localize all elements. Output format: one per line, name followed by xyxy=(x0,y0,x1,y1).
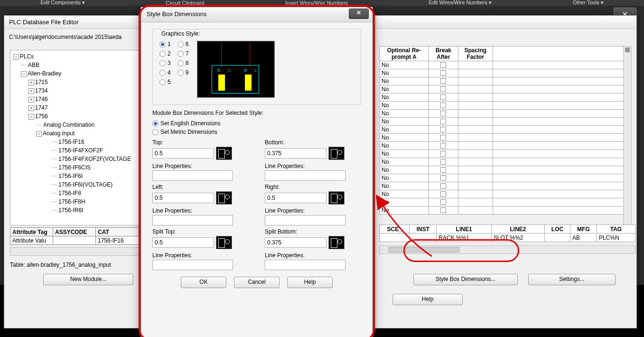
blank-cell[interactable] xyxy=(493,198,630,206)
tree-item[interactable]: 1734 xyxy=(35,87,48,94)
break-checkbox[interactable] xyxy=(440,207,446,213)
spacing-cell[interactable] xyxy=(458,158,493,166)
break-checkbox[interactable] xyxy=(440,86,446,92)
spacing-cell[interactable] xyxy=(458,182,493,190)
ribbon-group[interactable]: Other Tools ▾ xyxy=(573,0,604,6)
blank-cell[interactable] xyxy=(493,85,630,94)
attr-cell[interactable]: Attribute Valu xyxy=(10,236,53,245)
style-radio-9[interactable] xyxy=(177,70,184,76)
spacing-cell[interactable] xyxy=(458,166,493,174)
break-checkbox[interactable] xyxy=(440,62,446,68)
tree-item[interactable]: 1715 xyxy=(35,79,48,85)
tree-leaf[interactable]: 1756-IR6I xyxy=(58,207,84,214)
cell[interactable]: RACK %%1 xyxy=(437,234,492,242)
lp-input[interactable] xyxy=(265,260,345,270)
blank-cell[interactable] xyxy=(493,190,630,198)
blank-cell[interactable] xyxy=(493,110,630,118)
dialog-help-button[interactable]: Help xyxy=(287,277,333,288)
spacing-cell[interactable] xyxy=(458,142,493,150)
bottom-input[interactable] xyxy=(265,148,327,159)
attribute-table[interactable]: Attribute Tag ASSYCODE CAT Attribute Val… xyxy=(10,227,152,245)
style-radio-8[interactable] xyxy=(177,60,184,66)
break-checkbox[interactable] xyxy=(440,159,446,165)
cell-no[interactable]: No xyxy=(380,142,429,150)
style-box-button[interactable]: Style Box Dimensions... xyxy=(413,274,518,285)
blank-cell[interactable] xyxy=(493,158,630,166)
cell-no[interactable]: No xyxy=(380,102,429,110)
cell-no[interactable]: No xyxy=(380,166,429,174)
tree-item[interactable]: 1756 xyxy=(35,113,48,120)
lp-input[interactable] xyxy=(152,170,233,181)
blank-cell[interactable] xyxy=(493,134,630,142)
ribbon-group[interactable]: Edit Components ▾ xyxy=(40,0,84,6)
cell[interactable]: AB xyxy=(570,234,597,242)
blank-cell[interactable] xyxy=(493,77,630,85)
cell-no[interactable]: No xyxy=(380,61,429,69)
break-checkbox[interactable] xyxy=(440,94,446,100)
style-radio-4[interactable] xyxy=(159,70,166,76)
spacing-cell[interactable] xyxy=(458,206,493,215)
break-checkbox[interactable] xyxy=(440,119,446,124)
settings-button[interactable]: Settings... xyxy=(528,274,616,285)
attr-scrollbar[interactable] xyxy=(10,247,152,256)
spacing-cell[interactable] xyxy=(458,94,493,102)
cell[interactable] xyxy=(545,234,570,242)
cell[interactable]: SLOT %%2 xyxy=(491,234,544,242)
dialog-close-button[interactable] xyxy=(349,9,369,19)
dialog-titlebar[interactable]: Style Box Dimensions xyxy=(141,7,373,22)
tree-leaf[interactable]: 1756-IF8H xyxy=(58,198,85,205)
spacing-cell[interactable] xyxy=(458,118,493,126)
tree-leaf[interactable]: 1756-IF16 xyxy=(58,139,84,145)
blank-cell[interactable] xyxy=(493,61,630,69)
plc-tree[interactable]: −PLCs ⋯ABB −Allen-Bradley +1715 +1734 +1… xyxy=(10,50,152,225)
blank-cell[interactable] xyxy=(493,142,630,150)
cell-no[interactable]: No xyxy=(380,126,429,134)
spacing-cell[interactable] xyxy=(458,102,493,110)
cell-no[interactable]: No xyxy=(380,182,429,190)
tree-root[interactable]: PLCs xyxy=(20,53,34,60)
break-checkbox[interactable] xyxy=(440,127,446,132)
lp-input[interactable] xyxy=(265,170,345,181)
blank-cell[interactable] xyxy=(493,69,630,77)
cell-no[interactable]: No xyxy=(380,77,429,85)
style-radio-7[interactable] xyxy=(177,51,184,57)
cell-no[interactable]: No xyxy=(380,134,429,142)
tree-leaf[interactable]: 1756-IF6I(VOLTAGE) xyxy=(58,181,112,188)
pick-icon[interactable] xyxy=(328,191,345,205)
tree-item[interactable]: Analog Combination xyxy=(43,122,94,128)
blank-cell[interactable] xyxy=(493,94,630,102)
spacing-cell[interactable] xyxy=(458,134,493,142)
break-checkbox[interactable] xyxy=(440,191,446,197)
module-hscrollbar[interactable] xyxy=(379,245,635,254)
attr-cell[interactable] xyxy=(53,236,96,245)
split-bottom-input[interactable] xyxy=(265,237,327,248)
cell-no[interactable]: No xyxy=(380,198,429,206)
cell-no[interactable]: No xyxy=(380,206,429,215)
break-checkbox[interactable] xyxy=(440,135,446,140)
lp-input[interactable] xyxy=(152,260,233,270)
pick-icon[interactable] xyxy=(216,147,232,160)
ribbon-group[interactable]: Circuit Clipboard xyxy=(166,0,204,6)
style-radio-6[interactable] xyxy=(177,41,184,47)
blank-cell[interactable] xyxy=(493,126,630,134)
blank-cell[interactable] xyxy=(493,118,630,126)
spacing-cell[interactable] xyxy=(458,150,493,158)
metric-radio[interactable] xyxy=(152,129,159,135)
blank-cell[interactable] xyxy=(493,174,630,182)
break-checkbox[interactable] xyxy=(440,143,446,149)
tree-leaf[interactable]: 1756-IF4FXOF2F xyxy=(58,147,103,154)
tree-leaf[interactable]: 1756-IF4FXOF2F(VOLTAGE xyxy=(58,156,131,162)
module-info-table[interactable]: SCE_ INST LINE1 LINE2 LOC MFG TAG RACK %… xyxy=(379,225,635,242)
break-checkbox[interactable] xyxy=(440,111,446,116)
top-input[interactable] xyxy=(152,148,214,159)
cell-no[interactable]: No xyxy=(380,118,429,126)
spacing-cell[interactable] xyxy=(458,190,493,198)
spacing-cell[interactable] xyxy=(458,198,493,206)
pick-icon[interactable] xyxy=(328,236,345,249)
break-checkbox[interactable] xyxy=(440,78,446,84)
tree-leaf[interactable]: 1756-IF6CIS xyxy=(58,164,91,171)
cell-no[interactable]: No xyxy=(380,150,429,158)
pick-icon[interactable] xyxy=(216,236,232,249)
blank-cell[interactable] xyxy=(493,206,630,215)
blank-cell[interactable] xyxy=(493,102,630,110)
